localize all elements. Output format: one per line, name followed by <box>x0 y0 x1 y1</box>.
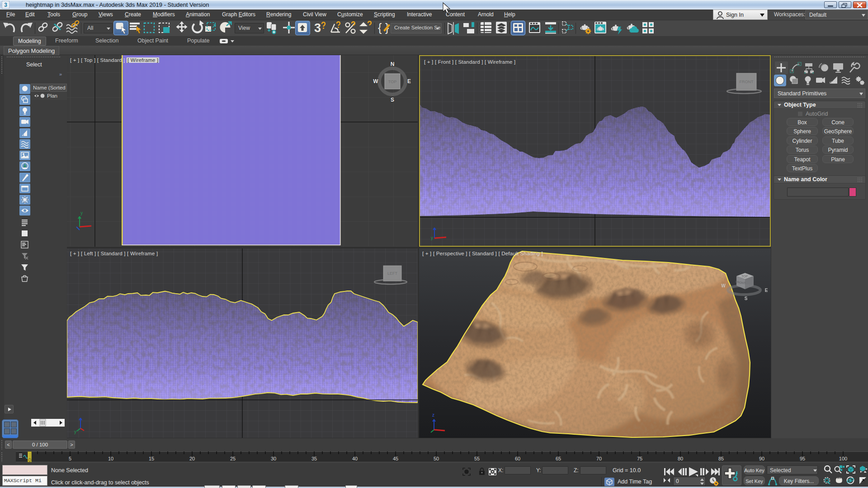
svg-text:65: 65 <box>556 456 561 461</box>
svg-text:50: 50 <box>434 456 439 461</box>
svg-text:45: 45 <box>393 456 398 461</box>
svg-text:y: y <box>74 429 76 434</box>
svg-text:100: 100 <box>839 456 847 461</box>
svg-text:20: 20 <box>189 456 195 461</box>
svg-text:40: 40 <box>352 456 358 461</box>
svg-text:y: y <box>80 211 83 216</box>
svg-text:S: S <box>391 97 394 103</box>
svg-text:FRONT: FRONT <box>740 80 754 84</box>
svg-text:TOP: TOP <box>741 275 748 278</box>
svg-text:z: z <box>432 413 434 418</box>
svg-text:55: 55 <box>474 456 480 461</box>
svg-text:W: W <box>373 78 378 84</box>
svg-text:y: y <box>431 235 433 240</box>
svg-text:LEFT: LEFT <box>387 271 398 276</box>
svg-text:95: 95 <box>800 456 805 461</box>
svg-text:E: E <box>765 288 768 293</box>
svg-text:3: 3 <box>4 2 7 8</box>
svg-text:80: 80 <box>678 456 683 461</box>
svg-text:E: E <box>407 78 411 84</box>
svg-text:15: 15 <box>149 456 154 461</box>
svg-text:70: 70 <box>596 456 602 461</box>
svg-text:90: 90 <box>759 456 764 461</box>
svg-text:5: 5 <box>69 456 71 461</box>
svg-text:TOP: TOP <box>388 80 396 84</box>
svg-text:35: 35 <box>311 456 317 461</box>
svg-text:Plan: Plan <box>47 93 57 99</box>
svg-text:3: 3 <box>314 21 321 35</box>
svg-text:W: W <box>721 283 726 288</box>
svg-text:60: 60 <box>515 456 520 461</box>
svg-text:25: 25 <box>230 456 236 461</box>
svg-text:S: S <box>745 296 748 301</box>
svg-text:75: 75 <box>637 456 642 461</box>
svg-text:{: { <box>378 21 382 34</box>
svg-text:30: 30 <box>271 456 276 461</box>
svg-text:10: 10 <box>108 456 113 461</box>
svg-text:N: N <box>391 61 395 67</box>
svg-text:85: 85 <box>718 456 724 461</box>
